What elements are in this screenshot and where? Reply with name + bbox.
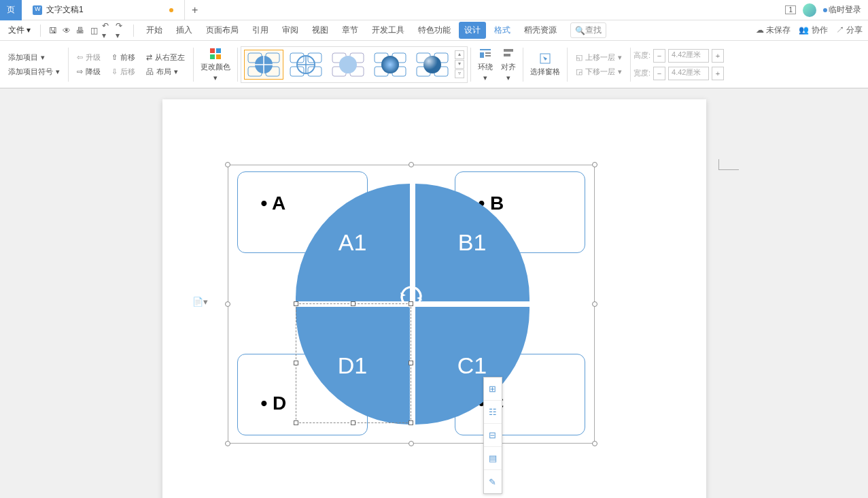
resize-handle-se[interactable] <box>592 441 597 446</box>
smartart-float-toolbar: ⊞ ☷ ⊟ ▤ ✎ <box>483 377 502 494</box>
quad-c1[interactable]: C1 <box>415 307 530 425</box>
print-icon[interactable]: 🖶 <box>75 25 86 36</box>
shape-handle[interactable] <box>409 301 413 306</box>
float-add-shape-icon[interactable]: ⊞ <box>484 378 502 401</box>
svg-point-32 <box>423 56 441 73</box>
page-options-icon[interactable]: 📄▾ <box>192 297 208 307</box>
resize-handle-w[interactable] <box>225 301 230 307</box>
wrap-button[interactable]: 环绕 ▾ <box>474 47 497 82</box>
move-up-layer-button[interactable]: ◱ 上移一层 ▾ <box>576 52 622 63</box>
undo-icon[interactable]: ↶ ▾ <box>102 25 113 36</box>
shape-handle[interactable] <box>409 420 413 425</box>
menu-page-layout[interactable]: 页面布局 <box>201 22 244 39</box>
shape-handle[interactable] <box>294 420 298 425</box>
rtl-button[interactable]: ⇄ 从右至左 <box>146 52 185 63</box>
quad-a1[interactable]: A1 <box>296 184 410 301</box>
shape-handle[interactable] <box>351 301 355 306</box>
menu-design[interactable]: 设计 <box>459 22 486 39</box>
width-plus-button[interactable]: + <box>712 67 724 80</box>
style-thumb-4[interactable] <box>370 50 410 80</box>
unsaved-dot-icon <box>169 8 173 12</box>
menu-references[interactable]: 引用 <box>247 22 274 39</box>
direction-group: ⇄ 从右至左 品 布局 ▾ <box>141 44 190 85</box>
width-input[interactable]: 4.42厘米 <box>668 67 709 80</box>
float-format-icon[interactable]: ✎ <box>484 470 502 493</box>
box-a-label: • A <box>261 193 286 214</box>
move-down-layer-button[interactable]: ◲ 下移一层 ▾ <box>576 67 622 77</box>
top-right-controls: 1 临时登录 <box>785 3 868 17</box>
menu-dev-tools[interactable]: 开发工具 <box>366 22 410 39</box>
svg-rect-0 <box>210 48 215 53</box>
menu-bar: 文件 ▾ 🖫 👁 🖶 ◫ ↶ ▾ ↷ ▾ 开始 插入 页面布局 引用 审阅 视图… <box>0 20 868 41</box>
save-icon[interactable]: 🖫 <box>48 25 58 36</box>
document-tab[interactable]: 文字文稿1 <box>22 0 185 20</box>
quad-b1[interactable]: B1 <box>415 184 530 301</box>
layer-group: ◱ 上移一层 ▾ ◲ 下移一层 ▾ <box>570 44 627 85</box>
redo-icon[interactable]: ↷ ▾ <box>116 25 126 36</box>
align-button[interactable]: 对齐 ▾ <box>497 47 520 82</box>
style-thumb-5[interactable] <box>413 50 452 80</box>
avatar-icon[interactable] <box>803 3 816 17</box>
change-color-button[interactable]: 更改颜色 ▾ <box>196 47 235 82</box>
float-layout-icon[interactable]: ☷ <box>484 401 502 424</box>
resize-handle-n[interactable] <box>409 162 414 167</box>
shape-handle[interactable] <box>294 361 298 365</box>
gallery-down-button[interactable]: ▾ <box>455 60 464 69</box>
shape-handle[interactable] <box>351 420 355 425</box>
home-tab[interactable]: 页 <box>0 0 22 20</box>
search-box[interactable]: 🔍 查找 <box>570 22 606 38</box>
add-symbol-button[interactable]: 添加项目符号 ▾ <box>8 67 60 77</box>
align-icon <box>502 47 515 61</box>
login-status[interactable]: 临时登录 <box>823 4 861 16</box>
share-button[interactable]: ↗ 分享 <box>836 24 863 36</box>
style-thumb-3[interactable] <box>328 50 368 80</box>
smartart-object[interactable]: • A • B • C • D A1 B1 C1 D1 <box>228 165 595 444</box>
svg-rect-33 <box>480 49 491 50</box>
move-back-button[interactable]: ⇩ 后移 <box>111 67 135 77</box>
select-pane-button[interactable]: 选择窗格 <box>526 52 564 77</box>
height-plus-button[interactable]: + <box>712 49 724 63</box>
file-menu[interactable]: 文件 ▾ <box>5 24 33 36</box>
style-gallery: ▴ ▾ ▿ <box>241 46 468 83</box>
print-preview-icon[interactable]: 👁 <box>61 25 72 36</box>
style-thumb-1[interactable] <box>244 50 283 80</box>
menu-start[interactable]: 开始 <box>141 22 168 39</box>
unsaved-status[interactable]: ☁ 未保存 <box>756 24 791 36</box>
menu-insert[interactable]: 插入 <box>171 22 198 39</box>
menu-format[interactable]: 格式 <box>489 22 516 39</box>
shape-handle[interactable] <box>409 361 413 365</box>
menu-resources[interactable]: 稻壳资源 <box>519 22 562 39</box>
resize-handle-sw[interactable] <box>225 441 230 446</box>
width-minus-button[interactable]: − <box>653 67 665 80</box>
document-area: 📄▾ • A • B • C • D <box>0 88 868 498</box>
separator <box>193 48 194 82</box>
separator <box>68 48 69 82</box>
gallery-more-button[interactable]: ▿ <box>455 69 464 78</box>
dimension-group: 高度: − 4.42厘米 + 宽度: − 4.42厘米 + <box>633 49 724 80</box>
float-text-pane-icon[interactable]: ▤ <box>484 447 502 470</box>
resize-handle-nw[interactable] <box>225 162 230 167</box>
promote-button[interactable]: ⇦ 升级 <box>77 52 101 63</box>
add-item-button[interactable]: 添加项目 ▾ <box>8 52 60 63</box>
collab-button[interactable]: 👥 协作 <box>799 24 827 36</box>
page[interactable]: 📄▾ • A • B • C • D <box>162 99 706 498</box>
resize-handle-s[interactable] <box>409 441 414 446</box>
height-minus-button[interactable]: − <box>653 49 665 63</box>
menu-review[interactable]: 审阅 <box>277 22 304 39</box>
height-input[interactable]: 4.42厘米 <box>668 49 709 63</box>
demote-button[interactable]: ⇨ 降级 <box>77 67 101 77</box>
shape-handle[interactable] <box>294 301 298 306</box>
gallery-up-button[interactable]: ▴ <box>455 50 464 59</box>
layout-button[interactable]: 品 布局 ▾ <box>146 67 185 77</box>
window-badge[interactable]: 1 <box>785 5 796 14</box>
resize-handle-e[interactable] <box>592 301 597 307</box>
new-tab-button[interactable]: + <box>185 4 205 16</box>
float-hierarchy-icon[interactable]: ⊟ <box>484 424 502 447</box>
menu-special[interactable]: 特色功能 <box>413 22 456 39</box>
menu-view[interactable]: 视图 <box>307 22 334 39</box>
preview-icon[interactable]: ◫ <box>88 25 99 36</box>
resize-handle-ne[interactable] <box>592 162 597 167</box>
menu-chapter[interactable]: 章节 <box>336 22 364 39</box>
style-thumb-2[interactable] <box>286 50 326 80</box>
move-forward-button[interactable]: ⇧ 前移 <box>111 52 135 63</box>
